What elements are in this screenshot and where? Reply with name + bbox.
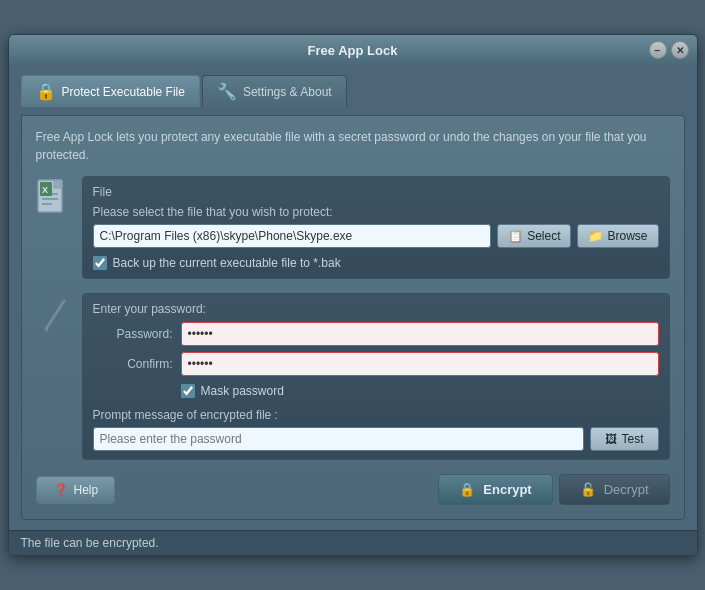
select-icon: 📋	[508, 229, 523, 243]
tab-bar: 🔒 Protect Executable File 🔧 Settings & A…	[21, 75, 685, 107]
window-content: 🔒 Protect Executable File 🔧 Settings & A…	[9, 65, 697, 530]
tab-settings[interactable]: 🔧 Settings & About	[202, 75, 347, 107]
main-panel: Free App Lock lets you protect any execu…	[21, 115, 685, 520]
window-controls: − ✕	[649, 41, 689, 59]
confirm-label: Confirm:	[93, 357, 173, 371]
confirm-input[interactable]	[181, 352, 659, 376]
svg-text:X: X	[42, 185, 48, 195]
password-input[interactable]	[181, 322, 659, 346]
action-buttons: 🔒 Encrypt 🔓 Decrypt	[438, 474, 669, 505]
decrypt-lock-icon: 🔓	[580, 482, 596, 497]
tab-protect-label: Protect Executable File	[62, 85, 185, 99]
svg-line-7	[46, 301, 64, 329]
tab-protect[interactable]: 🔒 Protect Executable File	[21, 75, 200, 107]
file-path-input[interactable]	[93, 224, 492, 248]
mask-checkbox[interactable]	[181, 384, 195, 398]
status-bar: The file can be encrypted.	[9, 530, 697, 555]
backup-label: Back up the current executable file to *…	[113, 256, 341, 270]
password-grid: Password: Confirm:	[93, 322, 659, 376]
minimize-button[interactable]: −	[649, 41, 667, 59]
file-icon: X	[36, 178, 72, 225]
pencil-icon	[36, 295, 72, 342]
browse-icon: 📁	[588, 229, 603, 243]
select-label: Select	[527, 229, 560, 243]
backup-row: Back up the current executable file to *…	[93, 256, 659, 270]
select-button[interactable]: 📋 Select	[497, 224, 571, 248]
password-section-group: Enter your password: Password: Confirm: …	[36, 293, 670, 460]
wrench-icon: 🔧	[217, 82, 237, 101]
test-button[interactable]: 🖼 Test	[590, 427, 658, 451]
help-label: Help	[74, 483, 99, 497]
decrypt-button[interactable]: 🔓 Decrypt	[559, 474, 670, 505]
close-button[interactable]: ✕	[671, 41, 689, 59]
bottom-bar: ❓ Help 🔒 Encrypt 🔓 Decrypt	[36, 474, 670, 505]
decrypt-label: Decrypt	[604, 482, 649, 497]
prompt-row: 🖼 Test	[93, 427, 659, 451]
test-label: Test	[621, 432, 643, 446]
file-section-group: X File Please select the file that you w…	[36, 176, 670, 279]
password-section-box: Enter your password: Password: Confirm: …	[82, 293, 670, 460]
enter-label: Enter your password:	[93, 302, 659, 316]
backup-checkbox[interactable]	[93, 256, 107, 270]
test-icon: 🖼	[605, 432, 617, 446]
mask-label: Mask password	[201, 384, 284, 398]
encrypt-lock-icon: 🔒	[459, 482, 475, 497]
file-section-box: File Please select the file that you wis…	[82, 176, 670, 279]
help-button[interactable]: ❓ Help	[36, 476, 116, 504]
description-text: Free App Lock lets you protect any execu…	[36, 128, 670, 164]
title-bar: Free App Lock − ✕	[9, 35, 697, 65]
file-section-title: File	[93, 185, 659, 199]
window-title: Free App Lock	[57, 43, 649, 58]
password-label: Password:	[93, 327, 173, 341]
svg-marker-1	[54, 180, 62, 188]
tab-settings-label: Settings & About	[243, 85, 332, 99]
prompt-input[interactable]	[93, 427, 585, 451]
help-icon: ❓	[53, 483, 68, 497]
status-text: The file can be encrypted.	[21, 536, 159, 550]
mask-row: Mask password	[181, 384, 659, 398]
encrypt-button[interactable]: 🔒 Encrypt	[438, 474, 552, 505]
lock-icon: 🔒	[36, 82, 56, 101]
main-window: Free App Lock − ✕ 🔒 Protect Executable F…	[8, 34, 698, 556]
file-field-label: Please select the file that you wish to …	[93, 205, 659, 219]
encrypt-label: Encrypt	[483, 482, 531, 497]
browse-label: Browse	[607, 229, 647, 243]
prompt-label: Prompt message of encrypted file :	[93, 408, 659, 422]
browse-button[interactable]: 📁 Browse	[577, 224, 658, 248]
file-row: 📋 Select 📁 Browse	[93, 224, 659, 248]
